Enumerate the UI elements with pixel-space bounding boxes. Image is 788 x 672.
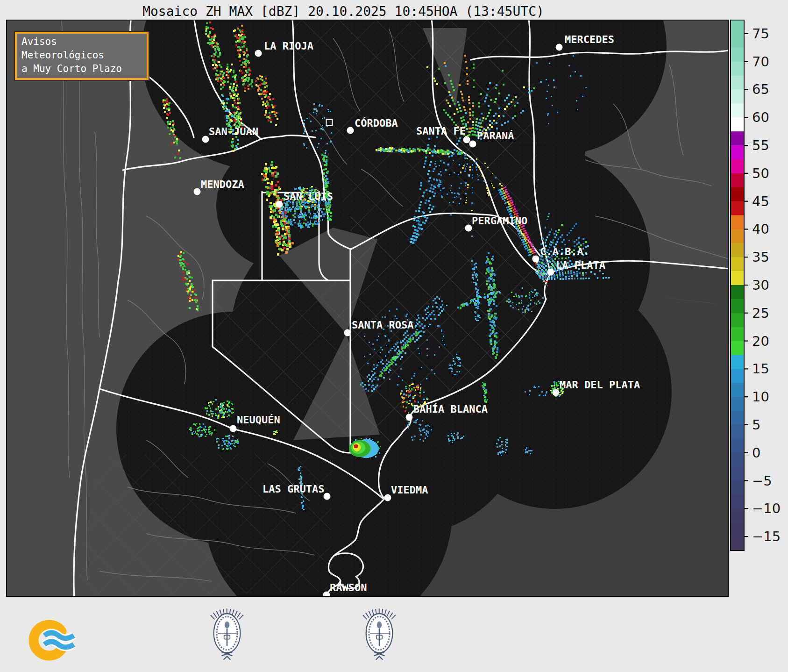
city-marker: [194, 188, 201, 195]
colorbar-tick-label: 70: [752, 54, 769, 70]
city-label: MAR DEL PLATA: [560, 379, 640, 391]
city-label: SAN LUIS: [284, 191, 333, 202]
city-label: LA PLATA: [556, 259, 605, 271]
city-marker: [202, 136, 209, 143]
colorbar-tick-label: 0: [752, 445, 760, 461]
colorbar-tick-label: 55: [752, 137, 769, 153]
city-marker: [406, 414, 413, 421]
city-label: C.A.B.A.: [540, 246, 589, 257]
city-marker: [547, 269, 554, 276]
city-marker: [469, 141, 476, 148]
city-label: PARANÁ: [477, 130, 514, 142]
dbz-colorbar: 757065605550454035302520151050−5−10−15: [730, 20, 788, 562]
city-label: SANTA FE: [416, 125, 466, 137]
argentina-radar-map: LA RIOJAMERCEDESSAN JUANCÓRDOBASANTA FEP…: [6, 20, 729, 597]
city-marker: [553, 389, 560, 396]
city-marker: [463, 136, 470, 143]
city-label: VIEDMA: [391, 484, 428, 496]
colorbar-tick-label: 20: [752, 333, 769, 349]
city-marker: [347, 127, 354, 134]
city-marker: [276, 201, 283, 208]
city-label: PERGAMINO: [472, 215, 527, 227]
city-label: LAS GRUTAS: [263, 483, 324, 495]
city-label: RAWSON: [330, 582, 367, 593]
city-label: MERCEDES: [565, 34, 614, 45]
warning-line-1: Avisos Meteorológicos: [21, 35, 142, 62]
colorbar-tick-label: −10: [752, 500, 781, 516]
colorbar-tick-label: −5: [752, 473, 772, 489]
colorbar-tick-label: 15: [752, 361, 769, 377]
city-marker: [230, 425, 237, 432]
city-label: LA RIOJA: [264, 40, 313, 52]
warning-box: Avisos Meteorológicos a Muy Corto Plazo: [15, 32, 149, 80]
colorbar-tick-label: 5: [752, 417, 760, 433]
colorbar-tick-label: 30: [752, 277, 769, 293]
city-label: NEUQUÉN: [237, 414, 280, 426]
city-marker: [344, 329, 351, 336]
colorbar-tick-label: 40: [752, 221, 769, 237]
colorbar-tick-label: 25: [752, 305, 769, 321]
city-marker: [465, 225, 472, 232]
city-label: BAHÍA BLANCA: [413, 403, 488, 415]
colorbar-tick-label: 75: [752, 26, 769, 42]
colorbar-tick-label: 65: [752, 81, 769, 97]
economia-crest: [351, 601, 407, 666]
city-label: CÓRDOBA: [355, 117, 398, 129]
colorbar-tick-label: 60: [752, 109, 769, 125]
city-marker: [384, 494, 391, 501]
radar-mosaic-figure: Mosaico ZH MAX [dBZ] 20.10.2025 10:45HOA…: [0, 0, 788, 672]
colorbar-tick-label: 10: [752, 389, 769, 405]
map-canvas: LA RIOJAMERCEDESSAN JUANCÓRDOBASANTA FEP…: [6, 20, 729, 597]
colorbar-tick-label: 45: [752, 193, 769, 209]
page-title: Mosaico ZH MAX [dBZ] 20.10.2025 10:45HOA…: [0, 4, 687, 19]
colorbar-tick-label: 35: [752, 249, 769, 265]
city-marker: [255, 50, 262, 57]
city-marker: [324, 493, 331, 500]
colorbar-tick-label: −15: [752, 529, 781, 544]
warning-line-2: a Muy Corto Plazo: [21, 62, 142, 76]
city-label: SAN JUAN: [209, 126, 258, 137]
colorbar-tick-label: 50: [752, 165, 769, 181]
city-label: MENDOZA: [201, 179, 244, 190]
city-marker: [532, 256, 540, 263]
defensa-crest: [199, 601, 255, 666]
city-marker: [556, 44, 563, 51]
city-label: SANTA ROSA: [352, 319, 413, 331]
smn-logo: [26, 605, 110, 671]
footer: Servicio Meteorológico Nacional Argentin…: [0, 597, 788, 672]
